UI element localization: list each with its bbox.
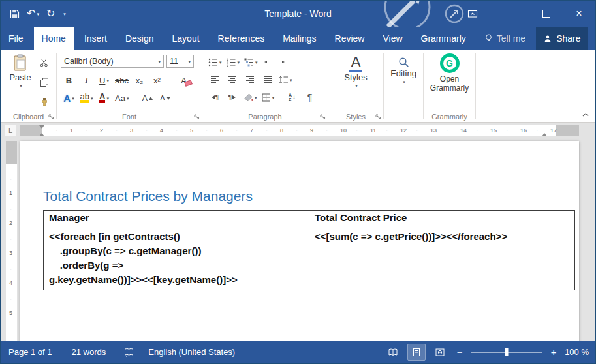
table-header-price[interactable]: Total Contract Price [309, 211, 575, 228]
read-mode-button[interactable] [384, 344, 401, 360]
word-count[interactable]: 21 words [72, 347, 106, 357]
editing-group: Editing ▾ [384, 50, 423, 122]
template-code-line: g.key.getName())]>><<[key.getName()]>> [49, 273, 304, 287]
save-button[interactable] [10, 9, 20, 19]
page-indicator[interactable]: Page 1 of 1 [8, 347, 52, 357]
font-size-select[interactable]: 11 ▾ [166, 55, 194, 68]
align-center-button[interactable] [225, 72, 240, 87]
close-button[interactable]: × [563, 1, 595, 27]
minimize-button[interactable] [497, 1, 530, 27]
format-painter-button[interactable] [37, 95, 52, 109]
tab-references[interactable]: References [210, 27, 273, 50]
bold-button[interactable]: B [61, 72, 77, 88]
tab-mailings[interactable]: Mailings [275, 27, 324, 50]
styles-dialog-launcher[interactable] [375, 114, 381, 120]
paragraph-dialog-launcher[interactable] [319, 114, 326, 120]
justify-button[interactable] [260, 72, 275, 87]
font-color-button[interactable]: A▾ [96, 90, 112, 106]
bullets-button[interactable]: ▾ [208, 55, 223, 69]
hanging-indent-marker[interactable] [39, 133, 44, 136]
zoom-in-button[interactable]: + [549, 346, 558, 357]
zoom-level[interactable]: 100 % [565, 347, 589, 357]
copy-button[interactable] [37, 75, 52, 89]
document-area: L 1·2·3·4·5·6·7·8·9·10·11·12·13·14·15·16… [1, 123, 595, 342]
table-cell-price[interactable]: <<[sum(c => c.getPrice())]>><</foreach>> [309, 228, 575, 290]
open-grammarly-label: OpenGrammarly [430, 74, 469, 93]
zoom-out-button[interactable]: − [455, 346, 464, 357]
left-to-right-button[interactable]: ¶ [208, 90, 222, 104]
zoom-slider[interactable] [471, 352, 542, 353]
undo-button[interactable]: ↶ ▾ [27, 8, 39, 19]
multilevel-list-button[interactable]: ▾ [243, 55, 259, 69]
tab-grammarly[interactable]: Grammarly [413, 27, 474, 50]
document-page[interactable]: Total Contract Prices by Managers Manage… [20, 141, 579, 342]
italic-button[interactable]: I [78, 72, 95, 88]
clipboard-dialog-launcher[interactable] [48, 114, 54, 120]
close-icon: × [576, 8, 582, 20]
shading-button[interactable]: ▾ [243, 90, 258, 104]
document-heading[interactable]: Total Contract Prices by Managers [43, 189, 579, 204]
table-cell-manager[interactable]: <<foreach [in getContracts() .groupBy(c … [44, 228, 309, 290]
language-indicator[interactable]: English (United States) [148, 347, 235, 357]
open-grammarly-button[interactable]: G OpenGrammarly [426, 53, 473, 104]
web-layout-button[interactable] [431, 344, 448, 360]
font-name-value: Calibri (Body) [64, 57, 114, 66]
tab-view[interactable]: View [375, 27, 410, 50]
print-layout-button[interactable] [408, 344, 425, 360]
strikethrough-button[interactable]: abc [114, 72, 130, 88]
vertical-ruler[interactable]: 1·2·3·4·5· [6, 141, 17, 342]
maximize-button[interactable] [530, 1, 563, 27]
line-spacing-button[interactable]: ▾ [278, 72, 293, 87]
font-name-select[interactable]: Calibri (Body) ▾ [61, 55, 164, 68]
read-mode-icon [388, 348, 398, 356]
show-marks-button[interactable]: ¶ [303, 90, 317, 104]
tab-design[interactable]: Design [118, 27, 162, 50]
qat-customize-button[interactable]: ▾ [62, 12, 66, 16]
tab-layout[interactable]: Layout [165, 27, 208, 50]
underline-button[interactable]: U▾ [96, 72, 112, 88]
change-case-button[interactable]: Aa▾ [114, 90, 130, 106]
redo-button[interactable]: ↻ [46, 8, 55, 19]
borders-button[interactable]: ▾ [261, 90, 275, 104]
horizontal-ruler[interactable]: 1·2·3·4·5·6·7·8·9·10·11·12·13·14·15·16·1… [20, 125, 579, 136]
ruler-right-margin [556, 125, 579, 136]
grow-font-button[interactable]: A [139, 90, 155, 106]
numbering-button[interactable]: ▾ [226, 55, 241, 69]
ribbon-display-options-button[interactable] [460, 1, 486, 27]
sort-button[interactable]: AZ ↓ [285, 90, 300, 104]
save-icon [10, 9, 20, 19]
tab-selector[interactable]: L [5, 125, 16, 136]
tab-review[interactable]: Review [327, 27, 373, 50]
collapse-ribbon-button[interactable] [581, 112, 590, 118]
first-line-indent-marker[interactable] [39, 125, 44, 129]
text-effects-button[interactable]: A▾ [61, 90, 77, 106]
rtl-arrow-icon [232, 95, 236, 99]
align-left-button[interactable] [208, 72, 222, 87]
paste-button[interactable]: Paste ▾ [6, 54, 35, 105]
tab-home[interactable]: Home [34, 27, 74, 50]
proofing-button[interactable] [124, 348, 134, 357]
shrink-font-button[interactable]: A [157, 90, 173, 106]
right-indent-marker[interactable] [542, 133, 547, 136]
subscript-button[interactable]: x₂ [131, 72, 148, 88]
table-header-manager[interactable]: Manager [44, 211, 309, 228]
editing-button[interactable]: Editing ▾ [386, 57, 420, 102]
superscript-button[interactable]: x² [149, 72, 165, 88]
cut-button[interactable] [37, 55, 52, 70]
tab-file[interactable]: File [1, 27, 31, 50]
right-to-left-button[interactable]: ¶ [225, 90, 240, 104]
align-left-icon [210, 76, 219, 83]
tab-insert[interactable]: Insert [76, 27, 115, 50]
tell-me-button[interactable]: Tell me [477, 27, 533, 50]
highlight-button[interactable]: ab▾ [78, 90, 95, 106]
decrease-indent-button[interactable] [262, 55, 276, 69]
paste-dropdown-icon: ▾ [20, 83, 22, 88]
share-button[interactable]: Share [536, 27, 588, 50]
tell-me-label: Tell me [497, 33, 525, 44]
increase-indent-button[interactable] [279, 55, 294, 69]
zoom-slider-handle[interactable] [505, 348, 509, 356]
clear-formatting-button[interactable]: A [176, 72, 192, 88]
styles-button[interactable]: A Styles ▾ [333, 54, 379, 104]
align-right-button[interactable] [243, 72, 257, 87]
font-dialog-launcher[interactable] [193, 114, 200, 120]
